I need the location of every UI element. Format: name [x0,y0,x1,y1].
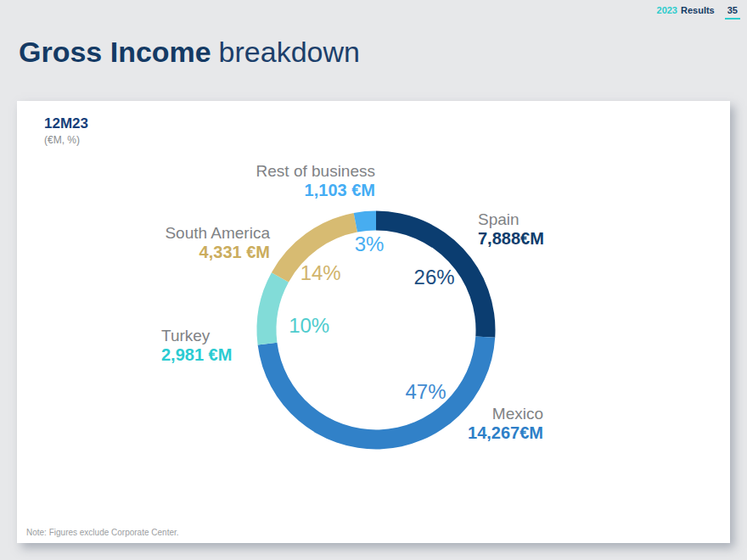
donut-pct-spain: 26% [414,266,455,288]
segment-name: Mexico [468,405,543,423]
units-label: (€M, %) [44,134,80,146]
segment-label-mexico: Mexico 14,267€M [468,405,543,442]
page-title-light: breakdown [219,36,360,68]
donut-segment-rest-of-business [354,211,376,232]
segment-value: 1,103 €M [256,181,375,199]
segment-value: 14,267€M [468,423,543,442]
segment-value: 2,981 €M [161,345,232,364]
segment-name: Spain [478,210,544,229]
segment-name: Turkey [161,327,232,345]
page-title: Gross Incomebreakdown [19,36,360,69]
segment-value: 4,331 €M [165,243,270,261]
segment-name: Rest of business [256,162,375,181]
segment-label-rest-of-business: Rest of business 1,103 €M [256,162,375,199]
donut-pct-rest-of-business: 3% [355,232,385,255]
slide-header: 2023 Results 35 [657,5,740,20]
donut-segment-mexico [258,336,496,449]
chart-card: 12M23 (€M, %) 26%47%10%14%3% Spain 7,888… [17,101,730,543]
header-year: 2023 [657,5,677,15]
page-title-bold: Gross Income [19,36,211,68]
header-results-label: Results [681,5,715,15]
segment-label-spain: Spain 7,888€M [478,210,544,248]
segment-label-turkey: Turkey 2,981 €M [161,327,232,364]
segment-label-south-america: South America 4,331 €M [165,224,270,261]
segment-value: 7,888€M [478,229,544,248]
donut-pct-turkey: 10% [289,314,329,337]
donut-pct-mexico: 47% [405,380,446,403]
donut-segment-turkey [257,272,289,344]
donut-chart: 26%47%10%14%3% [249,203,503,457]
footnote: Note: Figures exclude Corporate Center. [26,528,179,537]
period-label: 12M23 [44,115,88,132]
header-page-number: 35 [725,5,740,20]
segment-name: South America [165,224,270,243]
donut-pct-south-america: 14% [300,261,341,284]
